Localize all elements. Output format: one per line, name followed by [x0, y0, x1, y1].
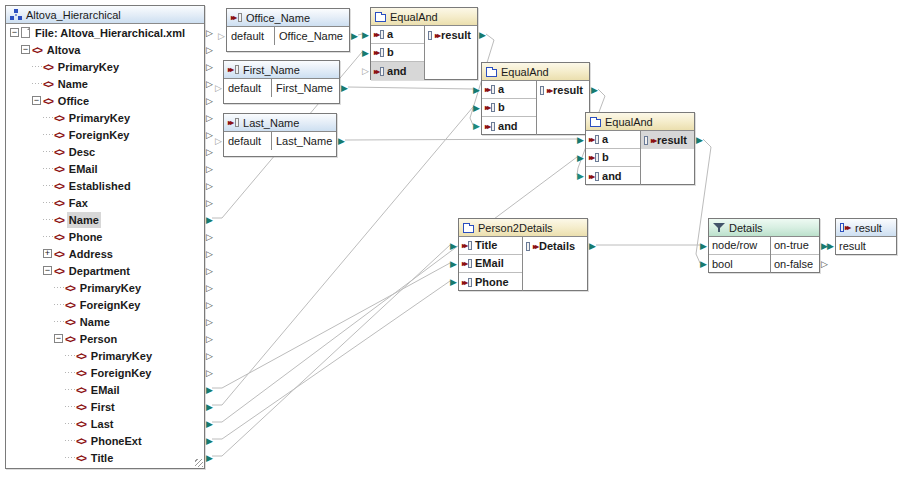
- input-row-title[interactable]: ▶ ▸▸Title: [459, 237, 522, 255]
- input-row-node-row[interactable]: ▶ node/row: [709, 237, 770, 255]
- collapse-icon[interactable]: −: [21, 45, 30, 54]
- default-input-connector[interactable]: ▷: [214, 84, 223, 93]
- input-connector-b[interactable]: ▶: [576, 153, 585, 162]
- tree-row-altova[interactable]: −<>Altova▷: [6, 41, 204, 58]
- output-connector[interactable]: ▷: [205, 249, 214, 258]
- tree-row-foreignkey[interactable]: <>ForeignKey▷: [6, 126, 204, 143]
- tree-row-person[interactable]: −<>Person▷: [6, 330, 204, 347]
- output-connector[interactable]: ▶: [337, 137, 346, 146]
- tree-row-primarykey[interactable]: <>PrimaryKey▷: [6, 279, 204, 296]
- component-result[interactable]: ▸▸ result ▶ result: [835, 218, 897, 255]
- output-connector[interactable]: ▷: [205, 96, 214, 105]
- input-connector-and[interactable]: ▷: [361, 67, 370, 76]
- component-equaland-3[interactable]: EqualAnd ▶ ▸▸a ▶ ▸▸b ▶ ▸▸and ▸▸result ▶: [585, 112, 695, 185]
- output-connector[interactable]: ▷: [205, 317, 214, 326]
- component-header[interactable]: Altova_Hierarchical: [6, 6, 204, 24]
- input-row-and[interactable]: ▶ ▸▸and: [586, 167, 640, 185]
- input-row-a[interactable]: ▶ ▸▸a: [482, 81, 536, 99]
- output-connector[interactable]: ▶: [340, 84, 349, 93]
- default-input-connector[interactable]: ▷: [217, 32, 226, 41]
- input-connector-a[interactable]: ▶: [472, 85, 481, 94]
- connection-tree-phoneext-to-person2details-phone[interactable]: [212, 281, 450, 439]
- component-first-name[interactable]: ▸▸ First_Name ▷ default First_Name ▶: [223, 60, 340, 104]
- input-row-result[interactable]: ▶ result: [836, 237, 896, 255]
- connection-last-name-to-equaland3-a[interactable]: [345, 139, 577, 140]
- tree-row-desc[interactable]: <>Desc▷: [6, 143, 204, 160]
- tree-row-department[interactable]: −<>Department▷: [6, 262, 204, 279]
- input-connector-a[interactable]: ▶: [361, 30, 370, 39]
- component-header[interactable]: Details: [709, 219, 819, 237]
- input-connector-and[interactable]: ▶: [472, 122, 481, 131]
- tree-row-foreignkey[interactable]: <>ForeignKey▷: [6, 364, 204, 381]
- component-header[interactable]: EqualAnd: [371, 8, 477, 26]
- input-row-b[interactable]: ▶ ▸▸b: [371, 44, 424, 62]
- output-connector[interactable]: ▶: [205, 436, 214, 445]
- tree-row-email[interactable]: <>EMail▶: [6, 381, 204, 398]
- input-connector-and[interactable]: ▶: [576, 172, 585, 181]
- output-connector[interactable]: ▷: [205, 351, 214, 360]
- collapse-icon[interactable]: −: [32, 96, 41, 105]
- input-connector-a[interactable]: ▶: [576, 135, 585, 144]
- output-connector[interactable]: ▶: [205, 402, 214, 411]
- tree-row-primarykey[interactable]: <>PrimaryKey▷: [6, 109, 204, 126]
- output-row-on-true[interactable]: on-true ▶: [771, 237, 819, 255]
- collapse-icon[interactable]: −: [54, 334, 63, 343]
- component-person2details[interactable]: Person2Details ▶ ▸▸Title ▶ ▸▸EMail ▶ ▸▸P…: [458, 218, 588, 291]
- component-header[interactable]: ▸▸ First_Name: [224, 61, 339, 79]
- tree-row-first[interactable]: <>First▶: [6, 398, 204, 415]
- default-cell[interactable]: default: [224, 132, 272, 150]
- output-row-details[interactable]: ▸▸Details ▶: [523, 237, 587, 255]
- output-connector[interactable]: ▶: [205, 453, 214, 462]
- output-connector[interactable]: ▶: [205, 215, 214, 224]
- output-connector[interactable]: ▶: [205, 385, 214, 394]
- input-row-phone[interactable]: ▶ ▸▸Phone: [459, 273, 522, 291]
- tree-row-fax[interactable]: <>Fax▷: [6, 194, 204, 211]
- component-header[interactable]: EqualAnd: [586, 113, 694, 131]
- connection-tree-email-to-person2details-email[interactable]: [212, 263, 450, 388]
- tree-row-last[interactable]: <>Last▶: [6, 415, 204, 432]
- resize-handle[interactable]: [195, 459, 203, 467]
- output-row-result[interactable]: ▸▸result ▶: [425, 26, 477, 44]
- tree-row-office[interactable]: −<>Office▷: [6, 92, 204, 109]
- component-equaland-1[interactable]: EqualAnd ▶ ▸▸a ▶ ▸▸b ▷ ▸▸and ▸▸result ▶: [370, 7, 478, 80]
- output-connector[interactable]: ▷: [205, 283, 214, 292]
- tree-row-phoneext[interactable]: <>PhoneExt▶: [6, 432, 204, 449]
- output-connector[interactable]: ▶: [350, 32, 359, 41]
- output-connector[interactable]: ▷: [205, 130, 214, 139]
- output-connector[interactable]: ▷: [205, 266, 214, 275]
- output-connector-result[interactable]: ▶: [478, 31, 487, 40]
- output-connector[interactable]: ▷: [205, 28, 214, 37]
- tree-row-title[interactable]: <>Title▶: [6, 449, 204, 466]
- output-connector[interactable]: ▷: [205, 232, 214, 241]
- component-header[interactable]: ▸▸ Office_Name: [227, 9, 349, 27]
- output-connector[interactable]: ▷: [205, 198, 214, 207]
- input-row-bool[interactable]: ▶ bool: [709, 255, 770, 273]
- connection-first-name-to-equaland2-a[interactable]: [348, 87, 473, 89]
- output-connector-on-false[interactable]: ▷: [820, 260, 829, 269]
- input-row-email[interactable]: ▶ ▸▸EMail: [459, 255, 522, 273]
- value-cell[interactable]: Last_Name: [272, 132, 332, 150]
- output-row-on-false[interactable]: on-false ▷: [771, 255, 819, 273]
- tree-row-name[interactable]: <>Name▷: [6, 313, 204, 330]
- tree-row-address[interactable]: +<>Address▷: [6, 245, 204, 262]
- collapse-icon[interactable]: −: [10, 28, 19, 37]
- tree-row-primarykey[interactable]: <>PrimaryKey▷: [6, 58, 204, 75]
- input-connector-node-row[interactable]: ▶: [699, 241, 708, 250]
- input-row-a[interactable]: ▶ ▸▸a: [371, 26, 424, 44]
- component-details-filter[interactable]: Details ▶ node/row ▶ bool on-true ▶ on-f…: [708, 218, 820, 273]
- collapse-icon[interactable]: −: [43, 266, 52, 275]
- output-connector-result[interactable]: ▶: [695, 136, 704, 145]
- component-header[interactable]: EqualAnd: [482, 63, 589, 81]
- tree-row-name[interactable]: <>Name▷: [6, 75, 204, 92]
- output-connector[interactable]: ▷: [205, 300, 214, 309]
- component-equaland-2[interactable]: EqualAnd ▶ ▸▸a ▶ ▸▸b ▶ ▸▸and ▸▸result ▶: [481, 62, 590, 135]
- input-row-a[interactable]: ▶ ▸▸a: [586, 131, 640, 149]
- component-header[interactable]: ▸▸ Last_Name: [224, 114, 336, 132]
- input-connector-b[interactable]: ▶: [472, 103, 481, 112]
- component-altova-hierarchical[interactable]: Altova_Hierarchical −File: Altova_Hierar…: [5, 5, 205, 469]
- output-row-result[interactable]: ▸▸result ▶: [537, 81, 589, 99]
- output-connector-details[interactable]: ▶: [588, 242, 597, 251]
- tree-row-phone[interactable]: <>Phone▷: [6, 228, 204, 245]
- value-cell[interactable]: Office_Name: [275, 27, 343, 45]
- connection-tree-title-to-person2details-title[interactable]: [212, 245, 450, 456]
